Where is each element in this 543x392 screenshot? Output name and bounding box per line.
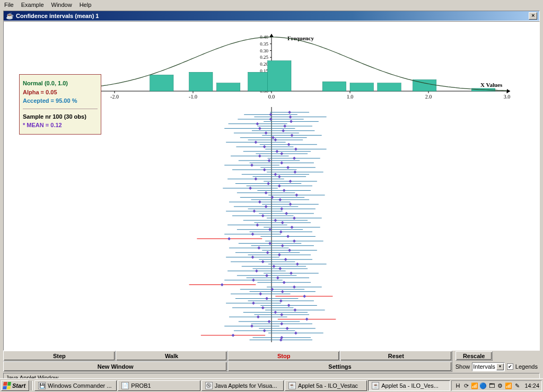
svg-marker-188	[255, 269, 258, 272]
svg-marker-122	[295, 193, 298, 197]
tray-icon-3[interactable]: 🔵	[479, 382, 487, 389]
svg-marker-148	[256, 224, 259, 227]
close-button[interactable]: ✕	[529, 12, 537, 20]
tray-icon-7[interactable]: ✎	[513, 382, 521, 389]
rescale-button[interactable]: Rescale	[456, 351, 493, 361]
svg-text:-2.0: -2.0	[110, 94, 119, 100]
tray-icon-2[interactable]: 📶	[471, 382, 478, 389]
taskbar-item-4[interactable]: ☕Applet 5a - ILO_Ves...	[368, 380, 450, 391]
svg-rect-40	[216, 83, 240, 91]
svg-marker-200	[221, 283, 224, 287]
svg-text:3.0: 3.0	[504, 94, 511, 100]
chevron-down-icon: ▾	[496, 363, 504, 370]
plot-svg: -3.0-2.0-1.00.01.02.03.00.000.050.100.15…	[4, 22, 539, 351]
svg-marker-232	[268, 320, 271, 323]
svg-marker-234	[280, 322, 283, 325]
window-title: Confidence intervals (mean) 1	[16, 13, 99, 19]
svg-marker-124	[270, 196, 274, 199]
svg-marker-178	[284, 258, 287, 261]
menu-file[interactable]: File	[4, 2, 14, 8]
svg-marker-120	[265, 191, 268, 194]
svg-marker-184	[272, 265, 275, 268]
svg-marker-186	[278, 267, 282, 270]
taskbar-item-2[interactable]: ⓃJava Applets for Visua...	[202, 380, 284, 391]
svg-marker-116	[249, 186, 252, 190]
info-dist: Normal (0.0, 1.0)	[23, 79, 98, 88]
svg-text:1.0: 1.0	[347, 94, 354, 100]
svg-marker-218	[287, 304, 291, 307]
tray-icon-5[interactable]: ⚙	[496, 382, 504, 389]
info-sample: Sample nr 100 (30 obs)	[23, 112, 98, 121]
svg-marker-84	[275, 150, 278, 153]
svg-marker-230	[305, 318, 309, 321]
walk-button[interactable]: Walk	[116, 351, 228, 361]
svg-marker-142	[293, 217, 296, 220]
svg-marker-224	[274, 311, 277, 314]
svg-text:0.25: 0.25	[260, 55, 268, 60]
svg-rect-38	[150, 75, 173, 91]
taskbar-item-label: Java Applets for Visua...	[215, 382, 277, 389]
svg-text:-1.0: -1.0	[189, 94, 197, 100]
svg-marker-152	[268, 228, 272, 231]
java-icon: ☕	[6, 12, 13, 20]
svg-marker-220	[261, 306, 265, 309]
info-accepted: Accepted = 95.00 %	[23, 96, 98, 105]
svg-rect-42	[268, 61, 291, 91]
svg-marker-62	[283, 124, 286, 128]
svg-marker-206	[281, 290, 284, 293]
svg-marker-192	[265, 274, 268, 277]
svg-marker-118	[283, 189, 286, 192]
system-tray: H⟳📶🔵🗔⚙📶✎ 14:24	[451, 380, 542, 391]
tray-icon-6[interactable]: 📶	[505, 382, 512, 389]
svg-marker-190	[290, 272, 293, 275]
svg-marker-244	[231, 334, 234, 337]
svg-text:2.0: 2.0	[425, 94, 432, 100]
taskbar-item-label: Windows Commander ...	[48, 382, 111, 389]
start-label: Start	[12, 382, 25, 389]
taskbar-item-0[interactable]: 💾Windows Commander ...	[34, 380, 117, 391]
clock: 14:24	[522, 382, 539, 389]
svg-marker-106	[278, 175, 281, 179]
svg-marker-172	[266, 251, 269, 254]
svg-text:0.20: 0.20	[260, 61, 268, 67]
new-window-button[interactable]: New Window	[3, 361, 227, 372]
svg-marker-208	[259, 292, 262, 296]
toolbar-row1: Step Walk Stop Reset	[3, 351, 452, 361]
svg-marker-164	[268, 242, 272, 245]
svg-marker-238	[286, 327, 289, 330]
svg-marker-168	[257, 246, 260, 250]
menu-help[interactable]: Help	[80, 2, 92, 8]
menu-example[interactable]: Example	[21, 2, 44, 8]
window-titlebar: ☕ Confidence intervals (mean) 1 ✕	[3, 11, 540, 21]
taskbar-item-1[interactable]: 📄PROB1	[118, 380, 200, 391]
svg-marker-68	[265, 131, 268, 135]
tray-icon-4[interactable]: 🗔	[488, 382, 495, 389]
taskbar-item-label: Applet 5a - ILO_Ves...	[381, 382, 439, 389]
taskbar-item-label: PROB1	[131, 382, 151, 389]
svg-marker-180	[261, 260, 265, 263]
svg-marker-146	[281, 221, 284, 224]
svg-marker-196	[252, 279, 255, 282]
svg-marker-132	[265, 205, 268, 208]
svg-marker-52	[269, 113, 273, 116]
start-button[interactable]: Start	[1, 380, 29, 391]
taskbar-item-label: Applet 5a - ILO_Vestac	[298, 382, 358, 389]
svg-marker-58	[290, 120, 293, 123]
svg-marker-60	[256, 122, 259, 126]
svg-text:0.35: 0.35	[260, 41, 268, 47]
tray-icon-0[interactable]: H	[454, 382, 461, 389]
step-button[interactable]: Step	[3, 351, 116, 361]
svg-marker-182	[296, 262, 299, 265]
svg-marker-90	[293, 157, 296, 160]
menubar: File Example Window Help	[0, 0, 543, 10]
stop-button[interactable]: Stop	[227, 351, 340, 361]
tray-icon-1[interactable]: ⟳	[462, 382, 470, 389]
legends-checkbox[interactable]: ✔	[507, 363, 513, 370]
settings-button[interactable]: Settings	[227, 361, 452, 372]
taskbar-item-3[interactable]: ☕Applet 5a - ILO_Vestac	[285, 380, 367, 391]
reset-button[interactable]: Reset	[340, 351, 452, 361]
menu-window[interactable]: Window	[51, 2, 72, 8]
info-alpha: Alpha = 0.05	[23, 88, 98, 97]
show-dropdown[interactable]: Intervals ▾	[472, 362, 505, 371]
taskbar-divider	[31, 381, 33, 390]
